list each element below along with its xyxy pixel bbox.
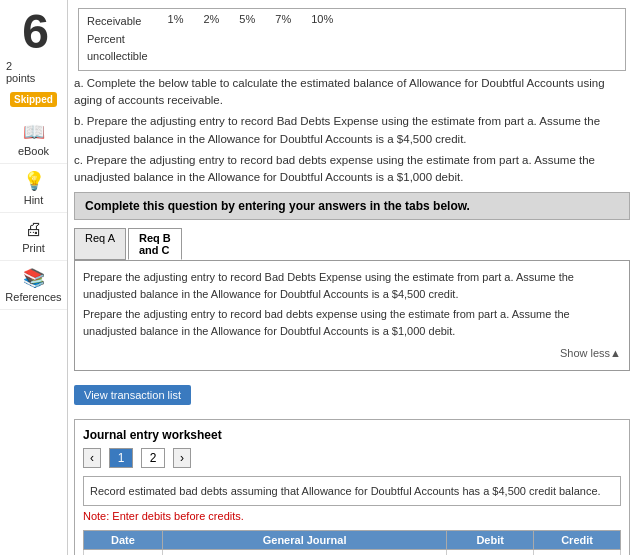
sidebar: 6 2 points Skipped 📖 eBook 💡 Hint 🖨 Prin…	[0, 0, 68, 555]
col-journal: General Journal	[162, 531, 446, 550]
main-content: Receivable Percent uncollectible 1% 2% 5…	[68, 0, 636, 555]
next-page-button[interactable]: ›	[173, 448, 191, 468]
tab-content-line2: Prepare the adjusting entry to record ba…	[83, 306, 621, 339]
tab-content-line1: Prepare the adjusting entry to record Ba…	[83, 269, 621, 302]
question-number: 6	[0, 4, 67, 56]
journal-worksheet: Journal entry worksheet ‹ 1 2 › Record e…	[74, 419, 630, 555]
problem-part-b: b. Prepare the adjusting entry to record…	[74, 113, 630, 148]
record-note: Record estimated bad debts assuming that…	[83, 476, 621, 507]
date-cell[interactable]: Dec 31	[84, 550, 163, 555]
col-date: Date	[84, 531, 163, 550]
page-2-button[interactable]: 2	[141, 448, 165, 468]
tabs-row: Req A Req Band C	[74, 228, 630, 260]
page-nav: ‹ 1 2 ›	[83, 448, 621, 468]
chart-labels: Receivable Percent uncollectible	[87, 13, 148, 66]
print-icon: 🖨	[25, 219, 43, 240]
view-transaction-button[interactable]: View transaction list	[74, 385, 191, 405]
problem-text: a. Complete the below table to calculate…	[74, 75, 630, 187]
references-icon: 📚	[23, 267, 45, 289]
journal-cell[interactable]	[162, 550, 446, 555]
credit-cell[interactable]	[534, 550, 621, 555]
page-1-button[interactable]: 1	[109, 448, 133, 468]
prev-page-button[interactable]: ‹	[83, 448, 101, 468]
points-value: 2	[6, 60, 12, 72]
complete-box-text: Complete this question by entering your …	[85, 199, 470, 213]
hint-icon: 💡	[23, 170, 45, 192]
problem-part-c: c. Prepare the adjusting entry to record…	[74, 152, 630, 187]
note-red: Note: Enter debits before credits.	[83, 510, 621, 522]
sidebar-label-hint: Hint	[24, 194, 44, 206]
col-credit: Credit	[534, 531, 621, 550]
sidebar-label-print: Print	[22, 242, 45, 254]
sidebar-label-references: References	[5, 291, 61, 303]
tab-req-a[interactable]: Req A	[74, 228, 126, 260]
top-chart-area: Receivable Percent uncollectible 1% 2% 5…	[78, 8, 626, 71]
ebook-icon: 📖	[23, 121, 45, 143]
complete-box: Complete this question by entering your …	[74, 192, 630, 220]
skipped-badge: Skipped	[10, 92, 57, 107]
entry-table: Date General Journal Debit Credit Dec 31	[83, 530, 621, 555]
tab-req-b-c[interactable]: Req Band C	[128, 228, 182, 260]
problem-part-a: a. Complete the below table to calculate…	[74, 75, 630, 110]
show-less-btn[interactable]: Show less▲	[560, 347, 621, 359]
sidebar-item-hint[interactable]: 💡 Hint	[0, 164, 67, 213]
bar-percent-labels: 1% 2% 5% 7% 10%	[168, 13, 334, 25]
col-debit: Debit	[447, 531, 534, 550]
worksheet-title: Journal entry worksheet	[83, 428, 621, 442]
sidebar-item-references[interactable]: 📚 References	[0, 261, 67, 310]
sidebar-item-ebook[interactable]: 📖 eBook	[0, 115, 67, 164]
points-text: points	[6, 72, 35, 84]
sidebar-label-ebook: eBook	[18, 145, 49, 157]
table-row: Dec 31	[84, 550, 621, 555]
tab-content: Prepare the adjusting entry to record Ba…	[74, 260, 630, 371]
debit-cell[interactable]	[447, 550, 534, 555]
sidebar-item-print[interactable]: 🖨 Print	[0, 213, 67, 261]
